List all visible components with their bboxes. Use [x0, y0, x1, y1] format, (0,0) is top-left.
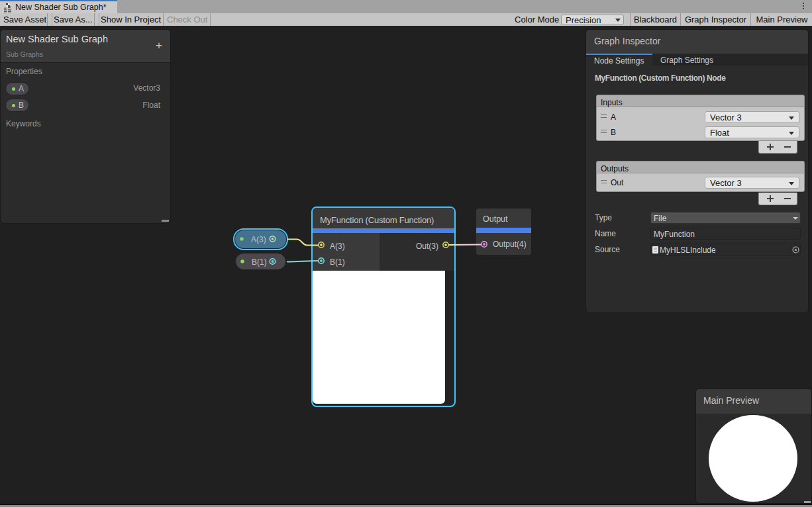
svg-text:A(3): A(3) [251, 235, 266, 244]
svg-text:B(1): B(1) [252, 257, 267, 267]
